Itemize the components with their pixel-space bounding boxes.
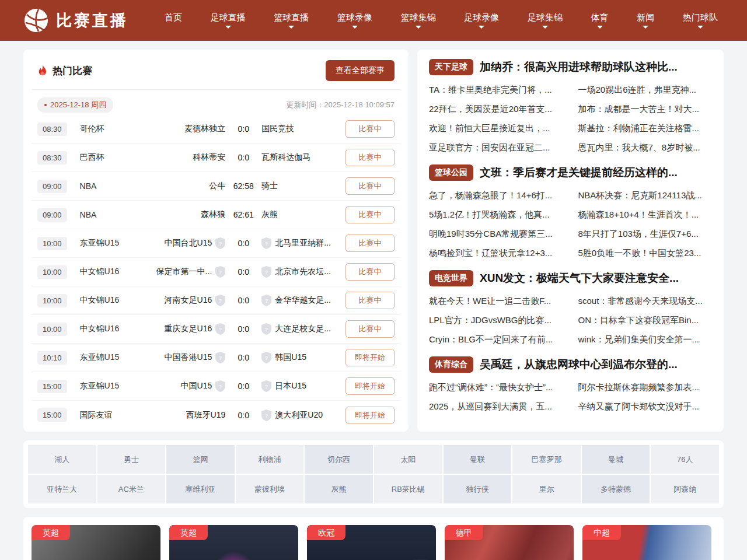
team-tag[interactable]: 曼联 bbox=[444, 445, 512, 474]
date-badge[interactable]: 2025-12-18 周四 bbox=[37, 97, 113, 113]
match-status-button[interactable]: 比赛中 bbox=[345, 263, 395, 281]
news-category-badge[interactable]: 电竞世界 bbox=[429, 270, 473, 286]
match-status-button[interactable]: 比赛中 bbox=[345, 149, 395, 166]
news-link[interactable]: 阿尔卡拉斯休赛期频繁参加表... bbox=[578, 377, 713, 397]
team-tag[interactable]: 亚特兰大 bbox=[28, 475, 96, 503]
news-headline-link[interactable]: 加纳乔：很高兴用进球帮助球队这种比... bbox=[480, 60, 678, 75]
nav-item[interactable]: 热门球队 bbox=[683, 12, 718, 29]
team-tag[interactable]: 阿森纳 bbox=[651, 475, 719, 503]
match-row[interactable]: 10:00 中女锦U16 河南女足U16 ? 0:0 ? 金华华越女足... 比… bbox=[32, 286, 400, 315]
nav-item[interactable]: 篮球录像 bbox=[337, 12, 372, 29]
match-row[interactable]: 10:00 东亚锦U15 中国台北U15 ? 0:0 ? 北马里亚纳群... 比… bbox=[32, 229, 400, 258]
home-team-name: 西班牙U19 bbox=[186, 410, 226, 421]
video-card[interactable]: 英超 bbox=[169, 525, 298, 560]
team-tag[interactable]: 利物浦 bbox=[236, 445, 304, 474]
news-link[interactable]: 辛纳又赢了阿卡郑钦文没对手... bbox=[578, 397, 713, 416]
news-link[interactable]: LPL官方：JDGvsWBG的比赛... bbox=[429, 310, 563, 330]
team-tag[interactable]: 篮网 bbox=[166, 445, 235, 474]
team-tag[interactable]: 切尔西 bbox=[305, 445, 373, 474]
news-link[interactable]: wink：兄弟们集美们安全第一... bbox=[578, 330, 713, 349]
video-card[interactable]: 英超 bbox=[32, 525, 160, 560]
team-tag[interactable]: 勇士 bbox=[97, 445, 166, 474]
nav-item[interactable]: 篮球集锦 bbox=[401, 12, 436, 29]
news-category-badge[interactable]: 天下足球 bbox=[429, 59, 473, 75]
news-headline-link[interactable]: 吴禹廷，从旗忠网球中心到温布尔登的... bbox=[480, 357, 678, 372]
news-link[interactable]: 跑不过“调休难”：“最快女护士”... bbox=[429, 377, 563, 397]
match-status-button[interactable]: 比赛中 bbox=[345, 235, 395, 252]
nav-item[interactable]: 篮球直播 bbox=[274, 12, 309, 29]
match-status-button[interactable]: 即将开始 bbox=[345, 377, 395, 395]
news-link[interactable]: 就在今天！WE让一追二击败F... bbox=[429, 291, 563, 310]
svg-text:?: ? bbox=[219, 298, 222, 304]
team-tag[interactable]: 76人 bbox=[651, 445, 719, 474]
news-link[interactable]: 欢迎！前恒大巨星接近复出，... bbox=[429, 118, 563, 138]
match-row[interactable]: 09:00 NBA 公牛 ? 62:58 ? 骑士 比赛中 bbox=[32, 172, 400, 201]
match-status-button[interactable]: 比赛中 bbox=[345, 206, 395, 223]
news-link[interactable]: 急了，杨瀚森急眼了！14+6打... bbox=[429, 186, 563, 205]
match-row[interactable]: 10:00 中女锦U16 重庆女足U16 ? 0:0 ? 大连足校女足... 比… bbox=[32, 315, 400, 344]
team-tag[interactable]: 独行侠 bbox=[444, 475, 512, 503]
match-status-button[interactable]: 即将开始 bbox=[345, 349, 395, 366]
away-team-name: 北马里亚纳群... bbox=[275, 238, 331, 249]
match-row[interactable]: 15:00 国际友谊 西班牙U19 ? 0:0 ? 澳大利亚U20 即将开始 bbox=[32, 401, 400, 429]
match-score: 62:61 bbox=[225, 210, 261, 219]
nav-item[interactable]: 体育 bbox=[591, 12, 609, 29]
news-link[interactable]: 2025，从巡回赛到大满贯，五... bbox=[429, 397, 563, 416]
news-link[interactable]: 亚足联官方：国安因在亚冠二... bbox=[429, 138, 563, 157]
video-card[interactable]: 中超 bbox=[582, 525, 711, 560]
away-team: ? 灰熊 bbox=[261, 209, 338, 220]
nav-item[interactable]: 足球录像 bbox=[464, 12, 499, 29]
team-tag[interactable]: 太阳 bbox=[374, 445, 442, 474]
news-link[interactable]: ON：目标拿下这赛段冠军Bin... bbox=[578, 310, 713, 330]
nav-item[interactable]: 新闻 bbox=[637, 12, 654, 29]
news-link[interactable]: 22拜仁，美因茨是近20年首支... bbox=[429, 99, 563, 118]
news-link[interactable]: 一场20踢出6连胜，弗里克神... bbox=[578, 80, 713, 99]
news-link[interactable]: 5胜0负唯一不败！中国女篮23... bbox=[578, 243, 713, 262]
nav-item[interactable]: 足球直播 bbox=[211, 12, 246, 29]
team-tag[interactable]: 塞维利亚 bbox=[166, 475, 235, 503]
news-link[interactable]: 8年只打了103场，生涯仅7+6... bbox=[578, 224, 713, 243]
news-link[interactable]: TA：维卡里奥绝非完美门将，... bbox=[429, 80, 563, 99]
news-headline-link[interactable]: XUN发文：极端天气下大家要注意安全... bbox=[480, 271, 679, 286]
match-status-button[interactable]: 比赛中 bbox=[345, 292, 395, 309]
news-link[interactable]: 5场1.2亿！打哭杨瀚森，他真... bbox=[429, 205, 563, 224]
match-status-button[interactable]: 比赛中 bbox=[345, 177, 395, 195]
team-tag[interactable]: 巴塞罗那 bbox=[512, 445, 581, 474]
team-tag[interactable]: 多特蒙德 bbox=[582, 475, 650, 503]
team-tag[interactable]: 曼城 bbox=[582, 445, 650, 474]
news-link[interactable]: 恩瓦内里：我大概7、8岁时被... bbox=[578, 138, 713, 157]
nav-item[interactable]: 足球集锦 bbox=[528, 12, 563, 29]
news-link[interactable]: 斯基拉：利物浦正在关注格雷... bbox=[578, 118, 713, 138]
nav-item[interactable]: 首页 bbox=[165, 12, 182, 29]
team-tag[interactable]: 灰熊 bbox=[305, 475, 373, 503]
match-status-button[interactable]: 比赛中 bbox=[345, 120, 395, 138]
match-row[interactable]: 15:00 东亚锦U15 中国U15 ? 0:0 ? 日本U15 即将开始 bbox=[32, 372, 400, 401]
match-row[interactable]: 08:30 巴西杯 科林蒂安 ? 0:0 ? 瓦斯科达伽马 比赛中 bbox=[32, 144, 400, 172]
news-link[interactable]: 明晚19时35分CBA常规赛第三... bbox=[429, 224, 563, 243]
news-headline-link[interactable]: 文班：季后赛才是关键提前经历这样的... bbox=[480, 165, 678, 180]
team-tag[interactable]: 湖人 bbox=[28, 445, 96, 474]
video-card[interactable]: 德甲 bbox=[445, 525, 574, 560]
match-status-button[interactable]: 即将开始 bbox=[345, 407, 395, 424]
news-link[interactable]: NBA杯决赛：尼克斯124113战... bbox=[578, 186, 713, 205]
news-link[interactable]: 杨鸣捡到宝！辽篮状元拿12+3... bbox=[429, 243, 563, 262]
view-all-matches-button[interactable]: 查看全部赛事 bbox=[326, 60, 395, 81]
team-tag[interactable]: RB莱比锡 bbox=[374, 475, 442, 503]
team-tag[interactable]: 里尔 bbox=[512, 475, 581, 503]
match-row[interactable]: 10:10 东亚锦U15 中国香港U15 ? 0:0 ? 韩国U15 即将开始 bbox=[32, 344, 400, 372]
news-category-badge[interactable]: 体育综合 bbox=[429, 356, 473, 373]
video-card[interactable]: 欧冠 bbox=[307, 525, 436, 560]
videos-panel: 英超 英超 欧冠 德甲 中超 bbox=[23, 517, 724, 560]
team-logo-placeholder-icon: ? bbox=[261, 352, 271, 363]
team-tag[interactable]: AC米兰 bbox=[97, 475, 166, 503]
news-link[interactable]: 加布：成都是一大苦主！对大... bbox=[578, 99, 713, 118]
match-row[interactable]: 10:00 中女锦U16 保定市第一中... ? 0:0 ? 北京市先农坛...… bbox=[32, 258, 400, 286]
news-link[interactable]: scout：非常感谢今天来现场支... bbox=[578, 291, 713, 310]
team-tag[interactable]: 蒙彼利埃 bbox=[236, 475, 304, 503]
news-link[interactable]: Cryin：BLG不一定回来了有前... bbox=[429, 330, 563, 349]
match-row[interactable]: 09:00 NBA 森林狼 ? 62:61 ? 灰熊 比赛中 bbox=[32, 201, 400, 229]
news-category-badge[interactable]: 篮球公园 bbox=[429, 164, 473, 181]
news-link[interactable]: 杨瀚森18+10+4！生涯首次！... bbox=[578, 205, 713, 224]
match-row[interactable]: 08:30 哥伦杯 麦德林独立 ? 0:0 ? 国民竞技 比赛中 bbox=[32, 115, 400, 144]
match-status-button[interactable]: 比赛中 bbox=[345, 320, 395, 338]
